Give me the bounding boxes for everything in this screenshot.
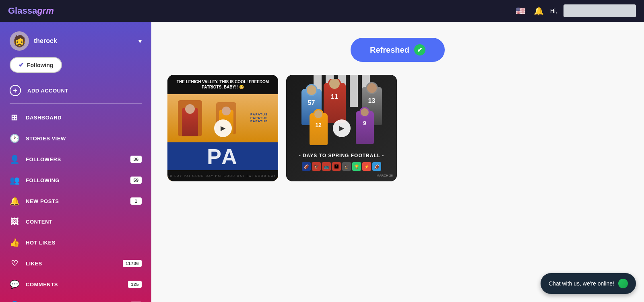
sidebar-item-comments[interactable]: 💬 COMMENTS 125 bbox=[0, 274, 151, 295]
team-icon-4: 🅰 bbox=[332, 162, 341, 171]
team-icon-2: 🦅 bbox=[312, 162, 321, 171]
team-icon-6: 🏆 bbox=[352, 162, 361, 171]
post-card-2-inner: 57 11 13 bbox=[286, 75, 397, 181]
team-icon-5: 🦅 bbox=[342, 162, 351, 171]
post1-top-text: THE LEHIGH VALLEY, THIS IS COOL! FREEDOM… bbox=[167, 79, 278, 90]
team-icon-7: ⚡ bbox=[362, 162, 371, 171]
tagged-photos-icon: 👤 bbox=[10, 300, 19, 302]
refreshed-button[interactable]: Refreshed ✔ bbox=[351, 38, 445, 62]
following-label: Following bbox=[27, 62, 53, 68]
followers-icon: 👤 bbox=[10, 154, 19, 164]
add-account-label: ADD ACCOUNT bbox=[27, 88, 68, 94]
dashboard-label: DASHBOARD bbox=[26, 115, 142, 121]
play-button-1[interactable]: ▶ bbox=[214, 119, 232, 137]
new-posts-icon: 🔔 bbox=[10, 196, 19, 206]
stories-icon: 🕐 bbox=[10, 134, 19, 143]
sidebar-item-stories-view[interactable]: 🕐 STORIES VIEW bbox=[0, 128, 151, 149]
hot-likes-icon: 👍 bbox=[10, 238, 19, 247]
user-name-bar bbox=[564, 4, 636, 17]
sidebar-item-new-posts[interactable]: 🔔 NEW POSTS 1 bbox=[0, 191, 151, 212]
chat-online-indicator bbox=[618, 279, 628, 288]
followers-badge: 36 bbox=[130, 156, 142, 163]
check-icon: ✔ bbox=[19, 61, 24, 69]
likes-label: LIKES bbox=[26, 261, 116, 267]
avatar: 🧔 bbox=[10, 31, 29, 51]
sidebar-item-content[interactable]: 🖼 CONTENT bbox=[0, 212, 151, 232]
app-logo: Glassagrm bbox=[8, 6, 54, 16]
team-icon-1: 🏈 bbox=[302, 162, 311, 171]
post-card-1-inner: THE LEHIGH VALLEY, THIS IS COOL! FREEDOM… bbox=[167, 75, 278, 181]
chevron-down-icon[interactable]: ▾ bbox=[138, 37, 142, 45]
flag-icon[interactable]: 🇺🇸 bbox=[514, 4, 527, 17]
following-button[interactable]: ✔ Following bbox=[10, 57, 62, 73]
logo-grm: grm bbox=[37, 6, 54, 16]
sidebar: 🧔 therock ▾ ✔ Following + ADD ACCOUNT ⊞ … bbox=[0, 22, 151, 302]
new-posts-badge: 1 bbox=[130, 197, 142, 205]
add-circle-icon: + bbox=[10, 85, 21, 96]
followers-label: FOLLOWERS bbox=[26, 156, 124, 162]
navbar-right: 🇺🇸 🔔 Hi, bbox=[514, 4, 636, 17]
posts-grid: THE LEHIGH VALLEY, THIS IS COOL! FREEDOM… bbox=[167, 75, 628, 181]
comments-badge: 125 bbox=[128, 281, 142, 288]
dashboard-icon: ⊞ bbox=[10, 113, 19, 122]
post2-spring-text: - DAYS TO SPRING FOOTBALL - bbox=[299, 153, 384, 158]
likes-badge: 11736 bbox=[123, 260, 142, 267]
refreshed-check-icon: ✔ bbox=[414, 44, 425, 55]
chat-widget[interactable]: Chat with us, we're online! bbox=[541, 273, 636, 294]
add-account-button[interactable]: + ADD ACCOUNT bbox=[0, 79, 151, 102]
main-layout: 🧔 therock ▾ ✔ Following + ADD ACCOUNT ⊞ … bbox=[0, 22, 644, 302]
navbar: Glassagrm 🇺🇸 🔔 Hi, bbox=[0, 0, 644, 22]
sidebar-divider bbox=[10, 103, 142, 104]
team-icon-8: 🏈 bbox=[372, 162, 381, 171]
comments-label: COMMENTS bbox=[26, 281, 122, 288]
sidebar-item-dashboard[interactable]: ⊞ DASHBOARD bbox=[0, 107, 151, 128]
content-area: Refreshed ✔ THE LEHIGH VALLEY, THIS IS C… bbox=[151, 22, 644, 302]
sidebar-item-followers[interactable]: 👤 FOLLOWERS 36 bbox=[0, 149, 151, 170]
following-badge: 59 bbox=[130, 177, 142, 184]
sidebar-item-likes[interactable]: ♡ LIKES 11736 bbox=[0, 253, 151, 274]
sidebar-profile: 🧔 therock ▾ bbox=[0, 28, 151, 57]
likes-icon: ♡ bbox=[10, 259, 19, 268]
profile-username: therock bbox=[34, 37, 134, 45]
sidebar-item-hot-likes[interactable]: 👍 HOT LIKES bbox=[0, 232, 151, 253]
hot-likes-label: HOT LIKES bbox=[26, 240, 142, 246]
comments-icon: 💬 bbox=[10, 279, 19, 289]
refreshed-label: Refreshed bbox=[370, 45, 409, 55]
sidebar-item-tagged-photos[interactable]: 👤 TAGGED PHOTOS 1 bbox=[0, 295, 151, 302]
content-label: CONTENT bbox=[26, 219, 142, 225]
post-card-2[interactable]: 57 11 13 bbox=[286, 75, 397, 181]
new-posts-label: NEW POSTS bbox=[26, 198, 124, 204]
following-label: FOLLOWING bbox=[26, 177, 124, 183]
post2-icons-row: 🏈 🦅 📺 🅰 🦅 🏆 ⚡ 🏈 bbox=[286, 162, 397, 171]
stories-label: STORIES VIEW bbox=[26, 136, 142, 142]
post-card-1[interactable]: THE LEHIGH VALLEY, THIS IS COOL! FREEDOM… bbox=[167, 75, 278, 181]
content-icon: 🖼 bbox=[10, 217, 19, 226]
post1-studio-text: PA bbox=[207, 144, 239, 169]
sidebar-item-following[interactable]: 👥 FOLLOWING 59 bbox=[0, 170, 151, 191]
bell-icon[interactable]: 🔔 bbox=[534, 6, 544, 16]
team-icon-3: 📺 bbox=[322, 162, 331, 171]
following-icon: 👥 bbox=[10, 175, 19, 185]
post2-date: MARCH 28 bbox=[377, 171, 393, 178]
chat-label: Chat with us, we're online! bbox=[549, 280, 614, 287]
hi-label: Hi, bbox=[550, 8, 557, 14]
play-button-2[interactable]: ▶ bbox=[333, 119, 351, 137]
logo-glassa: Glassa bbox=[8, 6, 37, 16]
post1-bottom-bar: GOOD DAY PAI GOOD DAY PAI GOOD DAY PAI G… bbox=[167, 175, 278, 177]
